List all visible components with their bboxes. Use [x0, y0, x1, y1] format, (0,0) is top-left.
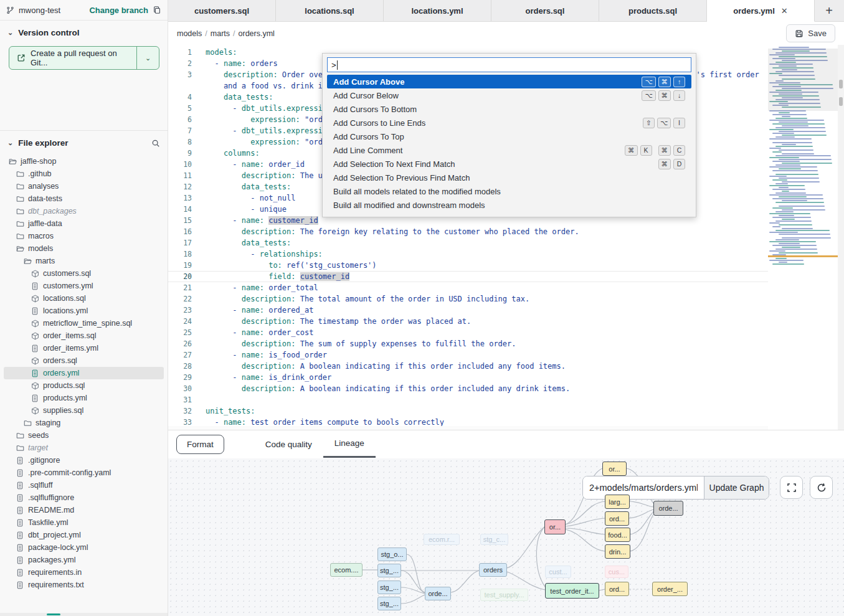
editor-line[interactable]: 26 description: The sum of supply expens…: [168, 338, 768, 349]
command-item-add-cursor-above[interactable]: Add Cursor Above⌥⌘↑: [327, 75, 691, 88]
editor-line[interactable]: 25 - name: order_cost: [168, 327, 768, 338]
command-item-add-cursors-to-top[interactable]: Add Cursors To Top: [327, 130, 691, 143]
editor-line[interactable]: 28 description: A boolean indicating if …: [168, 361, 768, 372]
file-explorer-header[interactable]: ⌄ File explorer: [0, 131, 168, 153]
tab-customers-sql[interactable]: customers.sql: [168, 0, 276, 21]
breadcrumb-item[interactable]: marts: [211, 29, 230, 38]
sidebar-scrollbar[interactable]: [0, 613, 168, 616]
lineage-node-test-order-it-[interactable]: test_order_it...: [545, 583, 599, 599]
file-item-customers-yml[interactable]: customers.yml: [4, 280, 164, 292]
file-item-customers-sql[interactable]: customers.sql: [4, 267, 164, 280]
command-item-build-all-modified-and-downstream-models[interactable]: Build all modified and downstream models: [327, 198, 691, 212]
file-item-staging[interactable]: staging: [4, 417, 164, 429]
file-item--pre-commit-config-yaml[interactable]: .pre-commit-config.yaml: [4, 467, 164, 479]
refresh-button[interactable]: [810, 476, 833, 499]
lineage-graph[interactable]: Update Graph ecom....stg_o...stg_...stg_…: [168, 458, 844, 616]
file-item-analyses[interactable]: analyses: [4, 180, 164, 192]
file-item-jaffle-shop[interactable]: jaffle-shop: [4, 155, 164, 168]
file-item-order-items-yml[interactable]: order_items.yml: [4, 342, 164, 354]
tab-products-sql[interactable]: products.sql: [599, 0, 707, 21]
command-item-add-cursor-below[interactable]: Add Cursor Below⌥⌘↓: [327, 88, 691, 102]
minimap[interactable]: [768, 45, 838, 430]
file-item-jaffle-data[interactable]: jaffle-data: [4, 217, 164, 230]
version-control-header[interactable]: ⌄ Version control: [0, 21, 168, 42]
editor-line[interactable]: 19 to: ref('stg_customers'): [168, 260, 768, 271]
editor-line[interactable]: 29 - name: is_drink_order: [168, 372, 768, 383]
file-item--sqlfluff[interactable]: .sqlfluff: [4, 479, 164, 491]
file-item-orders-yml[interactable]: orders.yml: [4, 367, 164, 379]
editor-line[interactable]: 24 description: The timestamp the order …: [168, 316, 768, 327]
command-item-build-all-models-related-to-the-modified-models[interactable]: Build all models related to the modified…: [327, 184, 691, 198]
editor-line[interactable]: 27 - name: is_food_order: [168, 349, 768, 361]
tab-orders-sql[interactable]: orders.sql: [491, 0, 599, 21]
lineage-node-ord-[interactable]: ord...: [605, 511, 629, 526]
lineage-node-or-[interactable]: or...: [544, 519, 566, 534]
file-item-products-yml[interactable]: products.yml: [4, 392, 164, 404]
file-item-order-items-sql[interactable]: order_items.sql: [4, 329, 164, 342]
file-item-models[interactable]: models: [4, 242, 164, 255]
file-item-seeds[interactable]: seeds: [4, 429, 164, 442]
lineage-node-orde-[interactable]: orde...: [425, 587, 451, 600]
file-item-requirements-txt[interactable]: requirements.txt: [4, 579, 164, 591]
editor-line[interactable]: 16 description: The foreign key relating…: [168, 226, 768, 237]
command-palette-input[interactable]: >: [327, 57, 691, 72]
command-item-add-cursors-to-line-ends[interactable]: Add Cursors to Line Ends⇧⌥I: [327, 116, 691, 130]
editor-line[interactable]: 17 data_tests:: [168, 237, 768, 249]
tab-lineage[interactable]: Lineage: [323, 431, 376, 458]
editor-line[interactable]: 31: [168, 394, 768, 405]
editor-line[interactable]: 18 - relationships:: [168, 249, 768, 260]
tab-code-quality[interactable]: Code quality: [254, 432, 323, 457]
file-item-data-tests[interactable]: data-tests: [4, 192, 164, 205]
file-item-macros[interactable]: macros: [4, 230, 164, 242]
lineage-node-stg-[interactable]: stg_...: [377, 580, 401, 594]
breadcrumb-item[interactable]: orders.yml: [239, 29, 275, 38]
tab-locations-sql[interactable]: locations.sql: [276, 0, 384, 21]
lineage-node-ord-[interactable]: ord...: [605, 582, 629, 596]
new-tab-button[interactable]: +: [815, 0, 844, 21]
lineage-node-stg-o-[interactable]: stg_o...: [377, 547, 407, 561]
lineage-node-food-[interactable]: food...: [605, 528, 630, 542]
lineage-node-larg-[interactable]: larg...: [605, 495, 630, 509]
editor-line[interactable]: 21 - name: order_total: [168, 282, 768, 293]
lineage-node-orde-[interactable]: orde...: [653, 501, 683, 516]
file-item-orders-sql[interactable]: orders.sql: [4, 354, 164, 367]
file-item-packages-yml[interactable]: packages.yml: [4, 554, 164, 566]
editor-scrollbar[interactable]: [838, 45, 844, 430]
create-pr-button[interactable]: Create a pull request on Git... ⌄: [9, 46, 159, 70]
editor-line[interactable]: 30 description: A boolean indicating if …: [168, 383, 768, 394]
lineage-search-input[interactable]: [583, 476, 704, 499]
file-item-locations-yml[interactable]: locations.yml: [4, 305, 164, 317]
file-item-taskfile-yml[interactable]: Taskfile.yml: [4, 516, 164, 529]
command-item-add-selection-to-next-find-match[interactable]: Add Selection To Next Find Match⌘D: [327, 157, 691, 171]
tab-locations-yml[interactable]: locations.yml: [384, 0, 491, 21]
command-item-add-cursors-to-bottom[interactable]: Add Cursors To Bottom: [327, 102, 691, 116]
pr-dropdown-toggle[interactable]: ⌄: [136, 47, 159, 69]
tab-orders-yml[interactable]: orders.yml✕: [707, 0, 815, 22]
lineage-node-order-[interactable]: order_...: [652, 582, 688, 596]
change-branch-link[interactable]: Change branch: [89, 6, 148, 15]
file-item-readme-md[interactable]: README.md: [4, 504, 164, 516]
breadcrumb-item[interactable]: models: [177, 29, 202, 38]
editor-line[interactable]: 20 field: customer_id: [168, 271, 768, 282]
file-item-dbt-packages[interactable]: dbt_packages: [4, 205, 164, 217]
lineage-node-stg-[interactable]: stg_...: [377, 597, 401, 610]
command-item-add-line-comment[interactable]: Add Line Comment⌘K⌘C: [327, 143, 691, 157]
file-item--sqlfluffignore[interactable]: .sqlfluffignore: [4, 491, 164, 504]
format-button[interactable]: Format: [176, 435, 224, 454]
file-item-supplies-sql[interactable]: supplies.sql: [4, 404, 164, 417]
copy-icon[interactable]: [153, 6, 161, 14]
editor-line[interactable]: 23 - name: ordered_at: [168, 305, 768, 316]
lineage-node-stg-[interactable]: stg_...: [377, 564, 401, 577]
search-icon[interactable]: [151, 139, 160, 148]
close-tab-icon[interactable]: ✕: [781, 6, 788, 16]
file-item-metricflow-time-spine-sql[interactable]: metricflow_time_spine.sql: [4, 317, 164, 329]
editor-line[interactable]: 22 description: The total amount of the …: [168, 293, 768, 305]
save-button[interactable]: Save: [786, 24, 835, 42]
file-item-requirements-in[interactable]: requirements.in: [4, 566, 164, 579]
update-graph-button[interactable]: Update Graph: [704, 476, 769, 499]
file-item-locations-sql[interactable]: locations.sql: [4, 292, 164, 305]
file-item-package-lock-yml[interactable]: package-lock.yml: [4, 541, 164, 554]
lineage-node-drin-[interactable]: drin...: [605, 544, 630, 559]
lineage-node-orders[interactable]: orders: [479, 563, 507, 577]
file-item--github[interactable]: .github: [4, 168, 164, 180]
